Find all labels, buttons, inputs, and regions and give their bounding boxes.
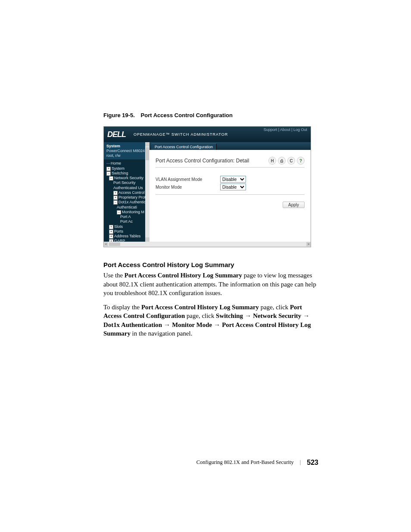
minus-icon[interactable]: –: [113, 200, 118, 205]
plus-icon[interactable]: +: [113, 196, 118, 200]
screenshot: DELL OPENMANAGE™ SWITCH ADMINISTRATOR Su…: [103, 126, 311, 247]
page-title-row: Port Access Control Configuration: Detai…: [156, 157, 305, 168]
footer-separator: |: [300, 459, 301, 466]
plus-icon[interactable]: +: [106, 167, 111, 171]
tree-prop[interactable]: Proprietary Proto: [118, 195, 148, 199]
section-heading: Port Access Control History Log Summary: [103, 261, 318, 268]
tree-portsec[interactable]: Port Security: [113, 180, 136, 185]
sidebar: System PowerConnect M8024 root, r/w —Hom…: [104, 142, 149, 247]
tree-dot1x[interactable]: Dot1x Authentica: [118, 200, 148, 204]
scroll-left-icon[interactable]: <: [104, 242, 108, 246]
paragraph-2: To display the Port Access Control Histo…: [103, 303, 318, 338]
tree-authenticati[interactable]: Authenticati: [117, 205, 137, 209]
main-panel: Port Access Control Configuration Port A…: [149, 142, 311, 247]
tree-port-ac[interactable]: Port Ac: [120, 219, 133, 224]
figure-caption: Figure 19-5. Port Access Control Configu…: [103, 112, 318, 118]
minus-icon[interactable]: –: [117, 210, 121, 215]
vlan-select[interactable]: Disable: [220, 176, 246, 183]
monitor-select[interactable]: Disable: [220, 184, 246, 190]
nav-tree[interactable]: —Home +System –Switching –Network Securi…: [104, 159, 149, 247]
footer-pagenum: 523: [307, 459, 318, 467]
scroll-right-icon[interactable]: >: [306, 242, 311, 246]
tab-bar: Port Access Control Configuration: [149, 142, 311, 150]
sidebar-scrollbar[interactable]: [145, 142, 149, 242]
footer-chapter: Configuring 802.1X and Port-Based Securi…: [196, 459, 294, 466]
app-header: DELL OPENMANAGE™ SWITCH ADMINISTRATOR Su…: [104, 127, 311, 143]
tree-ports[interactable]: Ports: [114, 229, 123, 233]
tree-port-a[interactable]: Port A: [120, 215, 131, 219]
plus-icon[interactable]: +: [109, 230, 113, 234]
tree-addrtables[interactable]: Address Tables: [114, 234, 140, 238]
dell-logo: DELL: [107, 130, 126, 139]
app-title: OPENMANAGE™ SWITCH ADMINISTRATOR: [134, 132, 228, 137]
page-footer: Configuring 802.1X and Port-Based Securi…: [103, 459, 318, 467]
apply-button[interactable]: Apply: [283, 202, 305, 208]
tree-monitoring[interactable]: Monitoring M: [122, 210, 144, 214]
plus-icon[interactable]: +: [109, 225, 113, 229]
plus-icon[interactable]: +: [109, 234, 113, 239]
tree-system[interactable]: System: [112, 166, 125, 171]
figure-number: Figure 19-5.: [103, 112, 135, 118]
page-title: Port Access Control Configuration: Detai…: [156, 158, 249, 164]
active-tab[interactable]: Port Access Control Configuration: [151, 143, 217, 150]
bottom-scrollbar[interactable]: < >: [104, 242, 311, 247]
tree-acl[interactable]: Access Control L: [118, 190, 148, 195]
tree-slots[interactable]: Slots: [114, 224, 123, 229]
help-icon[interactable]: ?: [297, 157, 305, 165]
refresh-icon[interactable]: C: [287, 157, 295, 165]
row-monitor-mode: Monitor Mode Disable: [156, 183, 305, 191]
sidebar-header: System PowerConnect M8024 root, r/w: [104, 142, 149, 159]
print-icon[interactable]: ⎙: [278, 157, 286, 165]
save-icon[interactable]: H: [268, 157, 276, 165]
sidebar-user: root, r/w: [106, 153, 147, 158]
minus-icon[interactable]: –: [106, 171, 111, 176]
tree-netsec[interactable]: Network Security: [114, 176, 143, 180]
tree-auth-users[interactable]: Authenticated Us: [113, 186, 143, 190]
monitor-label: Monitor Mode: [156, 185, 220, 190]
plus-icon[interactable]: +: [113, 191, 118, 195]
row-vlan-assignment: VLAN Assignment Mode Disable: [156, 175, 305, 183]
vlan-label: VLAN Assignment Mode: [156, 177, 220, 182]
tree-home[interactable]: Home: [111, 161, 121, 165]
sidebar-model: PowerConnect M8024: [106, 149, 147, 153]
tree-switching[interactable]: Switching: [112, 171, 128, 175]
sidebar-system: System: [106, 144, 147, 149]
paragraph-1: Use the Port Access Control History Log …: [103, 271, 318, 298]
minus-icon[interactable]: –: [109, 176, 113, 180]
top-links[interactable]: Support | About | Log Out: [264, 128, 307, 132]
figure-title: Port Access Control Configuration: [141, 112, 233, 118]
